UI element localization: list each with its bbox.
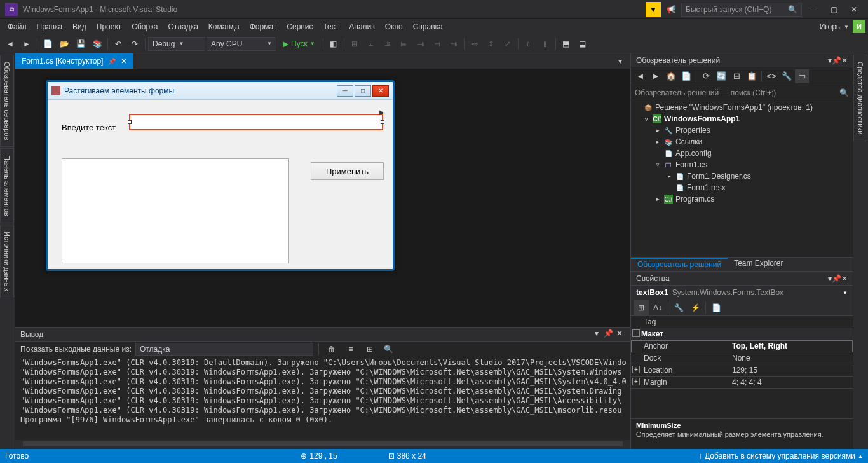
resize-handle-right[interactable]	[381, 120, 384, 124]
form-maximize-button[interactable]: □	[355, 85, 371, 97]
close-button[interactable]: ✕	[845, 2, 863, 17]
form-minimize-button[interactable]: ─	[337, 85, 353, 97]
hspace-button[interactable]: ⫾	[521, 36, 536, 52]
menu-service[interactable]: Сервис	[281, 21, 318, 32]
tab-solution-explorer[interactable]: Обозреватель решений	[631, 258, 728, 271]
prop-category[interactable]: −Макет	[631, 328, 853, 340]
user-avatar[interactable]: И	[853, 20, 865, 33]
save-all-button[interactable]: 📚	[90, 36, 105, 52]
designer-canvas[interactable]: Растягиваем элементы формы ─ □ ✕ Введите…	[15, 69, 630, 327]
menu-team[interactable]: Команда	[203, 21, 245, 32]
tree-properties[interactable]: ▸🔧Properties	[631, 125, 853, 136]
config-dropdown[interactable]: Debug▼	[148, 37, 205, 51]
document-tab-active[interactable]: Form1.cs [Конструктор] 📌 ✕	[15, 53, 133, 69]
output-toggle-button[interactable]: ⊞	[362, 342, 377, 357]
se-home-button[interactable]: 🏠	[664, 69, 678, 83]
quick-launch-input[interactable]: Быстрый запуск (Ctrl+Q) 🔍	[681, 3, 802, 17]
props-props-button[interactable]: 🔧	[671, 300, 686, 315]
se-scope-button[interactable]: 📄	[679, 69, 693, 83]
se-showall-button[interactable]: 📋	[745, 69, 759, 83]
se-forward-button[interactable]: ►	[649, 69, 663, 83]
pin-icon[interactable]: 📌	[108, 58, 116, 65]
solution-tree[interactable]: 📦Решение "WindowsFormsApp1" (проектов: 1…	[631, 100, 853, 257]
tree-appconfig[interactable]: 📄App.config	[631, 148, 853, 159]
menu-analyze[interactable]: Анализ	[344, 21, 380, 32]
run-button[interactable]: ▶ Пуск ▼	[278, 39, 320, 48]
feedback-icon[interactable]: 📢	[663, 2, 679, 17]
tree-program[interactable]: ▸C#Program.cs	[631, 193, 853, 205]
status-add-source-control[interactable]: ↑Добавить в систему управления версиями …	[698, 452, 863, 460]
align-right-button[interactable]: ⫢	[397, 36, 412, 52]
rail-toolbox[interactable]: Панель элементов	[0, 148, 14, 223]
se-close-button[interactable]: ✕	[841, 56, 848, 65]
align-middle-button[interactable]: ⫤	[430, 36, 445, 52]
output-find-button[interactable]: 🔍	[381, 342, 397, 357]
align-grid-button[interactable]: ⊞	[347, 36, 362, 52]
tree-form1resx[interactable]: 📄Form1.resx	[631, 182, 853, 193]
platform-dropdown[interactable]: Any CPU▼	[207, 37, 276, 51]
redo-button[interactable]: ↷	[127, 36, 142, 52]
output-source-dropdown[interactable]: Отладка	[135, 343, 313, 356]
se-collapse-button[interactable]: ⊟	[729, 69, 743, 83]
align-bottom-button[interactable]: ⫥	[446, 36, 461, 52]
menu-project[interactable]: Проект	[92, 21, 127, 32]
resize-handle-left[interactable]	[128, 120, 132, 124]
menu-test[interactable]: Тест	[318, 21, 344, 32]
prop-row-margin[interactable]: +Margin4; 4; 4; 4	[631, 377, 853, 389]
close-tab-icon[interactable]: ✕	[121, 57, 127, 66]
form-textbox-selected[interactable]: ▶	[129, 114, 383, 130]
output-pin-button[interactable]: 📌	[602, 329, 614, 340]
form-close-button[interactable]: ✕	[372, 85, 389, 97]
menu-view[interactable]: Вид	[67, 21, 92, 32]
output-clear-button[interactable]: 🗑	[324, 342, 339, 357]
properties-grid[interactable]: Tag−МакетAnchorTop, Left, RightDockNone+…	[631, 316, 853, 418]
notification-icon[interactable]: ▼	[646, 2, 661, 17]
user-name[interactable]: Игорь	[820, 22, 840, 31]
props-pages-button[interactable]: 📄	[709, 300, 724, 315]
se-preview-button[interactable]: ▭	[795, 69, 809, 83]
nav-back-button[interactable]: ◄	[3, 36, 18, 52]
size-both-button[interactable]: ⤢	[500, 36, 515, 52]
props-events-button[interactable]: ⚡	[688, 300, 703, 315]
nav-forward-button[interactable]: ►	[19, 36, 34, 52]
form-textarea[interactable]	[62, 158, 289, 263]
menu-file[interactable]: Файл	[3, 21, 32, 32]
prop-row-location[interactable]: +Location129; 15	[631, 364, 853, 377]
tree-form1designer[interactable]: ▸📄Form1.Designer.cs	[631, 170, 853, 182]
menu-debug[interactable]: Отладка	[163, 21, 203, 32]
bring-front-button[interactable]: ⬒	[559, 36, 574, 52]
smart-tag-icon[interactable]: ▶	[379, 109, 384, 116]
output-dropdown-button[interactable]: ▾	[591, 329, 602, 340]
tree-form1[interactable]: ▿🗔Form1.cs	[631, 159, 853, 170]
size-height-button[interactable]: ⇕	[484, 36, 499, 52]
send-back-button[interactable]: ⬓	[575, 36, 590, 52]
save-button[interactable]: 💾	[73, 36, 88, 52]
prop-row-anchor[interactable]: AnchorTop, Left, Right	[631, 340, 853, 352]
se-back-button[interactable]: ◄	[634, 69, 648, 83]
form-label[interactable]: Введите текст	[62, 123, 116, 132]
properties-object-selector[interactable]: textBox1System.Windows.Forms.TextBox ▼	[631, 286, 853, 300]
rail-server-explorer[interactable]: Обозреватель серверов	[0, 55, 14, 147]
tree-solution[interactable]: 📦Решение "WindowsFormsApp1" (проектов: 1…	[631, 102, 853, 113]
layout-button[interactable]: ◧	[326, 36, 341, 52]
tab-dropdown-button[interactable]: ▾	[613, 53, 628, 69]
props-categorized-button[interactable]: ⊞	[634, 300, 649, 315]
se-properties-button[interactable]: 🔧	[780, 69, 794, 83]
maximize-button[interactable]: ▢	[825, 2, 843, 17]
align-center-button[interactable]: ⫡	[380, 36, 395, 52]
props-close-button[interactable]: ✕	[841, 274, 848, 283]
form-designer-window[interactable]: Растягиваем элементы формы ─ □ ✕ Введите…	[46, 80, 395, 271]
tree-references[interactable]: ▸📚Ссылки	[631, 136, 853, 148]
form-body[interactable]: Введите текст ▶ Применить	[48, 100, 393, 269]
se-code-button[interactable]: <>	[764, 69, 778, 83]
vspace-button[interactable]: ⫿	[538, 36, 553, 52]
rail-diagnostics[interactable]: Средства диагностики	[853, 55, 867, 141]
props-alpha-button[interactable]: A↓	[650, 300, 665, 315]
output-text[interactable]: "WindowsFormsApp1.exe" (CLR v4.0.30319: …	[15, 357, 630, 440]
new-project-button[interactable]: 📄	[40, 36, 55, 52]
rail-data-sources[interactable]: Источники данных	[0, 225, 14, 298]
output-scrollbar[interactable]	[15, 440, 630, 449]
se-pin-button[interactable]: 📌	[832, 56, 841, 65]
menu-build[interactable]: Сборка	[126, 21, 163, 32]
props-pin-button[interactable]: 📌	[832, 274, 841, 283]
